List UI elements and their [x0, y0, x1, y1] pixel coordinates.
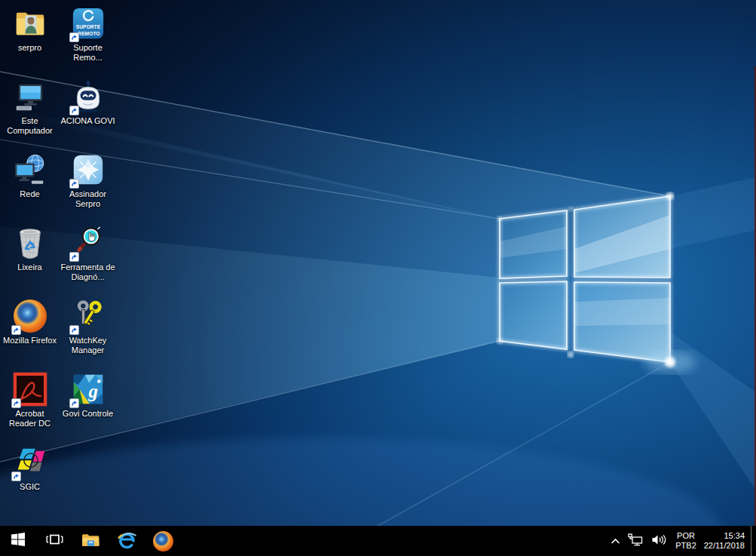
keys-icon [70, 298, 106, 334]
tray-chevron-button[interactable] [607, 526, 624, 556]
desktop-icon-watchkey-manager[interactable]: WatchKey Manager [59, 296, 117, 370]
shortcut-arrow-icon [69, 325, 79, 335]
desktop-icon-sgic[interactable]: SGIC [1, 443, 59, 516]
suporte-remoto-icon: SUPORTE REMOTO [70, 5, 106, 41]
shortcut-arrow-icon [69, 179, 79, 189]
desktop-icon-label: Assinador Serpro [59, 189, 117, 209]
shortcut-arrow-icon [11, 325, 21, 335]
desktop-icon-assinador-serpro[interactable]: Assinador Serpro [59, 150, 117, 223]
desktop-icon-label: Rede [20, 189, 39, 199]
taskbar: POR PTB2 15:34 22/11/2018 [0, 526, 756, 556]
shortcut-arrow-icon [69, 32, 79, 42]
task-view-icon [46, 533, 63, 549]
desktop-icon-acrobat-reader[interactable]: Acrobat Reader DC [1, 370, 59, 443]
desktop-icon-mozilla-firefox[interactable]: Mozilla Firefox [1, 296, 59, 370]
chevron-up-icon [611, 534, 620, 548]
shortcut-arrow-icon [69, 398, 79, 408]
file-explorer-button[interactable] [72, 526, 109, 556]
windows-logo-icon [11, 533, 25, 549]
svg-text:g: g [87, 381, 97, 401]
firefox-icon [12, 298, 48, 334]
desktop-icon-grid: serpro Este Computador [1, 4, 117, 516]
desktop-icon-govi-controle[interactable]: g Govi Controle [59, 370, 117, 443]
keyboard-layout-code: PTB2 [675, 541, 696, 551]
robot-icon [70, 78, 106, 115]
desktop-icon-label: Lixeira [17, 263, 41, 272]
acrobat-icon [12, 371, 48, 407]
task-view-button[interactable] [36, 526, 72, 556]
network-status-icon [628, 533, 644, 549]
svg-text:SUPORTE: SUPORTE [75, 24, 100, 29]
shortcut-arrow-icon [69, 252, 79, 262]
user-folder-icon [12, 5, 48, 41]
desktop-icon-label: Acrobat Reader DC [1, 409, 59, 429]
windows-hero-logo [497, 192, 696, 373]
desktop-icon-ferramenta-diagnostico[interactable]: Ferramenta de Diagnó... [59, 223, 117, 296]
desktop-icon-label: Ferramenta de Diagnó... [59, 263, 117, 282]
folder-icon [81, 532, 100, 551]
desktop-icon-label: Suporte Remo... [59, 43, 117, 63]
internet-explorer-button[interactable] [109, 526, 145, 556]
desktop-icon-serpro[interactable]: serpro [1, 4, 59, 77]
desktop-icon-label: Este Computador [1, 116, 59, 136]
tray-network-button[interactable] [624, 526, 647, 556]
start-button[interactable] [0, 526, 36, 556]
magnifier-hand-icon [70, 225, 106, 261]
shortcut-arrow-icon [11, 472, 21, 481]
this-pc-icon [12, 78, 48, 115]
shortcut-arrow-icon [69, 106, 79, 115]
desktop-icon-label: SGIC [20, 482, 40, 492]
firefox-icon [153, 531, 173, 551]
diamond-star-icon [70, 152, 106, 188]
desktop-icon-label: Govi Controle [63, 409, 113, 419]
tray-clock[interactable]: 15:34 22/11/2018 [701, 531, 751, 551]
cmyk-plates-icon [12, 444, 48, 481]
shortcut-arrow-icon [11, 398, 21, 408]
desktop-icon-label: ACIONA GOVI [60, 116, 115, 126]
desktop-icon-label: WatchKey Manager [59, 336, 117, 355]
system-tray: POR PTB2 15:34 22/11/2018 [607, 526, 756, 556]
desktop-icon-aciona-govi[interactable]: ACIONA GOVI [59, 77, 117, 150]
clock-time: 15:34 [704, 531, 745, 541]
show-desktop-button[interactable] [751, 526, 756, 556]
desktop-icon-lixeira[interactable]: Lixeira [1, 223, 59, 296]
recycle-bin-icon [12, 225, 48, 261]
desktop-icon-rede[interactable]: Rede [1, 150, 59, 223]
network-globe-icon [12, 152, 48, 188]
tray-volume-button[interactable] [647, 526, 671, 556]
desktop-icon-este-computador[interactable]: Este Computador [1, 77, 59, 150]
volume-icon [651, 533, 667, 549]
svg-text:REMOTO: REMOTO [78, 31, 99, 36]
desktop-icon-label: Mozilla Firefox [3, 336, 57, 346]
language-code: POR [675, 531, 696, 541]
tray-language-indicator[interactable]: POR PTB2 [671, 531, 701, 551]
ie-icon [117, 530, 137, 553]
clock-date: 22/11/2018 [704, 541, 745, 551]
desktop-icon-suporte-remoto[interactable]: SUPORTE REMOTO Suporte Remo... [59, 4, 117, 77]
firefox-taskbar-button[interactable] [145, 526, 181, 556]
desktop-icon-label: serpro [18, 43, 41, 53]
govi-mosaic-icon: g [70, 371, 106, 407]
